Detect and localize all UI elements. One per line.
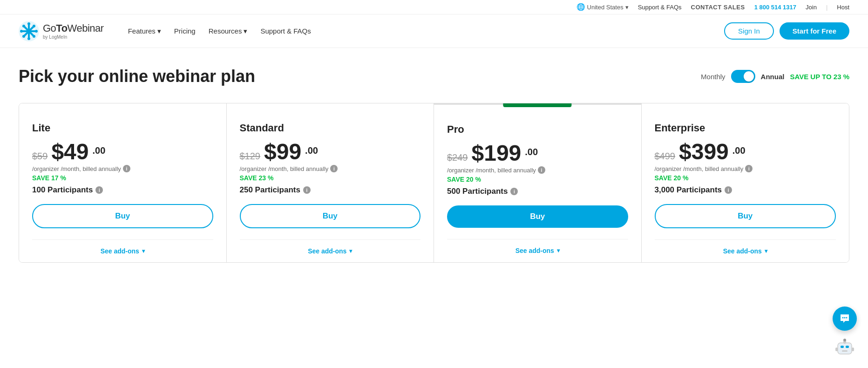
page-header: Pick your online webinar plan Monthly An…: [19, 67, 849, 86]
main-content: Pick your online webinar plan Monthly An…: [0, 48, 868, 263]
plan-enterprise-billing: /organizer /month, billed annually i: [655, 165, 836, 172]
plan-lite: Lite $59 $49 .00 /organizer /month, bill…: [19, 103, 227, 262]
plan-lite-save: SAVE 17 %: [32, 174, 213, 182]
logo-icon: [19, 21, 39, 41]
pricing-section: Lite $59 $49 .00 /organizer /month, bill…: [19, 103, 849, 263]
plan-pro-save: SAVE 20 %: [447, 176, 628, 183]
plan-pro-info-icon[interactable]: i: [538, 166, 545, 174]
nav-features[interactable]: Features ▾: [128, 27, 161, 35]
plan-standard-name: Standard: [240, 122, 421, 134]
monthly-label: Monthly: [701, 73, 726, 81]
nav-resources[interactable]: Resources ▾: [209, 27, 248, 35]
plan-pro-price-row: $249 $199 .00: [447, 142, 628, 164]
nav-links: Features ▾ Pricing Resources ▾ Support &…: [128, 27, 709, 35]
plan-pro-billing: /organizer /month, billed annually i: [447, 166, 628, 174]
annual-label: Annual: [761, 73, 785, 81]
save-badge: SAVE UP TO 23 %: [790, 73, 849, 81]
logo[interactable]: GoToWebinar by LogMeIn: [19, 21, 104, 41]
plan-enterprise-participants: 3,000 Participants i: [655, 185, 836, 195]
main-nav: GoToWebinar by LogMeIn Features ▾ Pricin…: [0, 14, 868, 48]
region-label: United States: [587, 4, 624, 11]
chevron-down-icon: ▾: [244, 27, 247, 35]
phone-number[interactable]: 1 800 514 1317: [754, 4, 796, 11]
plan-standard-original-price: $129: [240, 151, 261, 162]
plan-enterprise-info-icon[interactable]: i: [745, 165, 753, 172]
support-faqs-link[interactable]: Support & FAQs: [638, 4, 682, 11]
signin-button[interactable]: Sign In: [724, 22, 774, 40]
plan-standard-billing: /organizer /month, billed annually i: [240, 165, 421, 172]
plan-enterprise-footer: See add-ons ▾: [655, 239, 836, 262]
pricing-cards: Lite $59 $49 .00 /organizer /month, bill…: [19, 103, 849, 263]
plan-pro-footer: See add-ons ▾: [447, 239, 628, 262]
plan-lite-buy-button[interactable]: Buy: [32, 204, 213, 228]
plan-enterprise-price-row: $499 $399 .00: [655, 141, 836, 163]
plan-standard-footer: See add-ons ▾: [240, 239, 421, 262]
plan-standard-buy-button[interactable]: Buy: [240, 204, 421, 228]
plan-lite-participants: 100 Participants i: [32, 185, 213, 195]
chevron-down-icon: ▾: [142, 248, 145, 254]
plan-enterprise-cents: .00: [732, 145, 746, 156]
region-selector[interactable]: 🌐 United States ▾: [576, 3, 629, 11]
plan-lite-info-icon[interactable]: i: [123, 165, 130, 172]
plan-pro: BEST VALUE! Pro $249 $199 .00 /organizer…: [434, 103, 642, 262]
svg-point-12: [22, 35, 25, 38]
plan-pro-buy-button[interactable]: Buy: [447, 205, 628, 228]
host-link[interactable]: Host: [837, 4, 849, 11]
plan-lite-current-price: $49: [51, 141, 88, 163]
plan-enterprise-addons[interactable]: See add-ons ▾: [668, 247, 823, 255]
plan-enterprise-participants-info[interactable]: i: [725, 186, 732, 194]
plan-standard-current-price: $99: [264, 141, 301, 163]
plan-standard: Standard $129 $99 .00 /organizer /month,…: [227, 103, 434, 262]
logo-brand: GoToWebinar: [43, 22, 104, 34]
plan-standard-participants: 250 Participants i: [240, 185, 421, 195]
plan-standard-info-icon[interactable]: i: [330, 165, 338, 172]
plan-pro-original-price: $249: [447, 152, 468, 163]
plan-enterprise-original-price: $499: [655, 151, 676, 162]
svg-point-5: [27, 22, 30, 25]
plan-lite-name: Lite: [32, 122, 213, 134]
page-title: Pick your online webinar plan: [19, 67, 255, 86]
plan-pro-cents: .00: [525, 147, 538, 157]
plan-pro-participants-info[interactable]: i: [510, 188, 518, 195]
plan-pro-name: Pro: [447, 123, 628, 136]
plan-lite-billing: /organizer /month, billed annually i: [32, 165, 213, 172]
plan-lite-addons[interactable]: See add-ons ▾: [45, 247, 200, 255]
plan-enterprise-save: SAVE 20 %: [655, 174, 836, 182]
chevron-down-icon: ▾: [157, 27, 161, 35]
join-link[interactable]: Join: [806, 4, 817, 11]
plan-standard-save: SAVE 23 %: [240, 174, 421, 182]
billing-toggle: Monthly Annual SAVE UP TO 23 %: [701, 70, 849, 83]
plan-lite-cents: .00: [92, 145, 105, 156]
plan-standard-addons[interactable]: See add-ons ▾: [253, 247, 408, 255]
best-value-badge: BEST VALUE!: [503, 103, 572, 107]
plan-pro-participants: 500 Participants i: [447, 187, 628, 196]
plan-pro-addons[interactable]: See add-ons ▾: [460, 247, 615, 254]
plan-standard-price-row: $129 $99 .00: [240, 141, 421, 163]
nav-support[interactable]: Support & FAQs: [260, 27, 311, 35]
billing-toggle-switch[interactable]: [731, 70, 755, 83]
plan-enterprise: Enterprise $499 $399 .00 /organizer /mon…: [642, 103, 849, 262]
chevron-down-icon: ▾: [349, 248, 352, 254]
plan-lite-participants-info[interactable]: i: [95, 186, 103, 194]
svg-point-10: [33, 35, 35, 38]
nav-pricing[interactable]: Pricing: [174, 27, 196, 35]
contact-sales-label: CONTACT SALES: [691, 4, 745, 11]
plan-standard-cents: .00: [305, 145, 318, 156]
svg-point-9: [22, 25, 25, 27]
chevron-down-icon: ▾: [557, 247, 560, 254]
divider: |: [826, 4, 827, 11]
plan-enterprise-current-price: $399: [679, 141, 729, 163]
logo-by: by LogMeIn: [43, 34, 104, 40]
start-button[interactable]: Start for Free: [780, 22, 849, 40]
chevron-down-icon: ▾: [625, 4, 629, 11]
plan-standard-participants-info[interactable]: i: [303, 186, 311, 194]
plan-lite-original-price: $59: [32, 151, 47, 162]
plan-lite-footer: See add-ons ▾: [32, 239, 213, 262]
globe-icon: 🌐: [576, 3, 585, 11]
plan-enterprise-buy-button[interactable]: Buy: [655, 204, 836, 228]
nav-actions: Sign In Start for Free: [724, 22, 849, 40]
plan-lite-price-row: $59 $49 .00: [32, 141, 213, 163]
svg-point-7: [20, 30, 23, 33]
svg-point-6: [27, 37, 30, 40]
logo-text: GoToWebinar by LogMeIn: [43, 22, 104, 40]
